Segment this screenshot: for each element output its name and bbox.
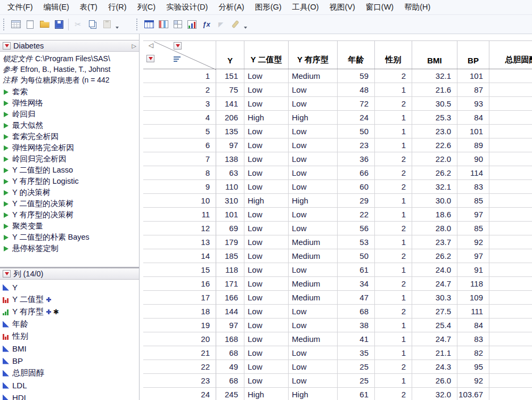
row-number[interactable]: 2 bbox=[143, 83, 216, 97]
row-number[interactable]: 3 bbox=[143, 97, 216, 111]
script-item[interactable]: 悬停标签定制 bbox=[3, 243, 139, 254]
cell-y-ordinal[interactable]: High bbox=[289, 388, 338, 400]
cell-age[interactable]: 61 bbox=[338, 388, 375, 400]
menu-item[interactable]: 图形(G) bbox=[250, 1, 287, 14]
menu-item[interactable]: 窗口(W) bbox=[361, 1, 399, 14]
cell-y-ordinal[interactable]: Medium bbox=[289, 277, 338, 291]
cell-y-ordinal[interactable]: Medium bbox=[289, 235, 338, 249]
column-item[interactable]: Y 有序型✱ bbox=[3, 306, 139, 318]
cell-age[interactable]: 23 bbox=[338, 138, 375, 152]
cell-sex[interactable]: 1 bbox=[375, 111, 412, 125]
script-item[interactable]: Y 二值型的决策树 bbox=[3, 198, 139, 209]
cell-age[interactable]: 38 bbox=[338, 319, 375, 332]
row-number[interactable]: 11 bbox=[143, 208, 216, 222]
cell-y-binary[interactable]: Low bbox=[244, 69, 289, 83]
row-number[interactable]: 17 bbox=[143, 291, 216, 305]
cell-sex[interactable]: 2 bbox=[375, 97, 412, 111]
cell-age[interactable]: 41 bbox=[338, 332, 375, 346]
cell-y-binary[interactable]: Low bbox=[244, 332, 289, 346]
cell-y-binary[interactable]: Low bbox=[244, 235, 289, 249]
cell-sex[interactable]: 2 bbox=[375, 180, 412, 194]
menu-item[interactable]: 工具(O) bbox=[287, 1, 324, 14]
menu-item[interactable]: 实验设计(D) bbox=[161, 1, 213, 14]
row-number[interactable]: 4 bbox=[143, 111, 216, 125]
cell-y-binary[interactable]: Low bbox=[244, 374, 289, 388]
cell-total-cholesterol[interactable] bbox=[489, 97, 532, 111]
cell-y-binary[interactable]: Low bbox=[244, 152, 289, 166]
cell-y-ordinal[interactable]: Low bbox=[289, 374, 338, 388]
cell-sex[interactable]: 1 bbox=[375, 138, 412, 152]
cell-sex[interactable]: 1 bbox=[375, 346, 412, 360]
cell-y[interactable]: 138 bbox=[216, 152, 244, 166]
cell-y-binary[interactable]: Low bbox=[244, 263, 289, 277]
cell-total-cholesterol[interactable] bbox=[489, 332, 532, 346]
cell-bmi[interactable]: 24.7 bbox=[412, 332, 457, 346]
toolbar-overflow-icon[interactable] bbox=[114, 18, 120, 31]
cell-age[interactable]: 50 bbox=[338, 125, 375, 138]
cell-total-cholesterol[interactable] bbox=[489, 180, 532, 194]
cell-age[interactable]: 56 bbox=[338, 222, 375, 235]
cell-sex[interactable]: 2 bbox=[375, 277, 412, 291]
menu-item[interactable]: 行(R) bbox=[103, 1, 132, 14]
cell-y-binary[interactable]: Low bbox=[244, 346, 289, 360]
cell-y-ordinal[interactable]: Medium bbox=[289, 249, 338, 263]
cell-y[interactable]: 69 bbox=[216, 222, 244, 235]
cell-bp[interactable]: 103.67 bbox=[457, 388, 489, 400]
cell-bmi[interactable]: 22.0 bbox=[412, 152, 457, 166]
script-item[interactable]: 岭回归 bbox=[3, 109, 139, 120]
cell-bmi[interactable]: 30.5 bbox=[412, 97, 457, 111]
column-item[interactable]: Y bbox=[3, 281, 139, 293]
row-number[interactable]: 24 bbox=[143, 388, 216, 400]
cell-bp[interactable]: 82 bbox=[457, 346, 489, 360]
cell-age[interactable]: 47 bbox=[338, 291, 375, 305]
cell-bmi[interactable]: 25.3 bbox=[412, 111, 457, 125]
cell-y[interactable]: 151 bbox=[216, 69, 244, 83]
cell-total-cholesterol[interactable] bbox=[489, 263, 532, 277]
cell-sex[interactable]: 1 bbox=[375, 235, 412, 249]
cell-age[interactable]: 61 bbox=[338, 263, 375, 277]
cell-sex[interactable]: 1 bbox=[375, 194, 412, 208]
cell-y-binary[interactable]: Low bbox=[244, 305, 289, 319]
cell-bp[interactable]: 87 bbox=[457, 83, 489, 97]
row-number[interactable]: 16 bbox=[143, 277, 216, 291]
cell-sex[interactable]: 2 bbox=[375, 360, 412, 374]
cell-y[interactable]: 171 bbox=[216, 277, 244, 291]
cell-y-ordinal[interactable]: Low bbox=[289, 125, 338, 138]
column-header[interactable]: Y 二值型 bbox=[244, 41, 289, 69]
cell-sex[interactable]: 1 bbox=[375, 83, 412, 97]
cell-y-binary[interactable]: Low bbox=[244, 83, 289, 97]
cell-y[interactable]: 168 bbox=[216, 332, 244, 346]
cell-bp[interactable]: 83 bbox=[457, 332, 489, 346]
cell-bmi[interactable]: 30.0 bbox=[412, 194, 457, 208]
cell-y[interactable]: 135 bbox=[216, 125, 244, 138]
row-number[interactable]: 12 bbox=[143, 222, 216, 235]
cell-age[interactable]: 48 bbox=[338, 83, 375, 97]
graph-builder-icon[interactable] bbox=[185, 18, 199, 31]
script-item[interactable]: 弹性网络完全析因 bbox=[3, 142, 139, 153]
cell-total-cholesterol[interactable] bbox=[489, 194, 532, 208]
cell-sex[interactable]: 2 bbox=[375, 388, 412, 400]
cell-bp[interactable]: 101 bbox=[457, 125, 489, 138]
cell-y[interactable]: 49 bbox=[216, 360, 244, 374]
menu-item[interactable]: 分析(A) bbox=[213, 1, 249, 14]
script-item[interactable]: 聚类变量 bbox=[3, 221, 139, 232]
menu-item[interactable]: 列(C) bbox=[132, 1, 161, 14]
column-item[interactable]: BMI bbox=[3, 342, 139, 355]
cell-y-binary[interactable]: Low bbox=[244, 291, 289, 305]
cell-y[interactable]: 63 bbox=[216, 166, 244, 180]
cell-y-ordinal[interactable]: Low bbox=[289, 166, 338, 180]
cell-y-ordinal[interactable]: Low bbox=[289, 208, 338, 222]
cell-y-ordinal[interactable]: Low bbox=[289, 263, 338, 277]
cut-icon[interactable] bbox=[71, 18, 85, 31]
menu-item[interactable]: 文件(F) bbox=[2, 1, 38, 14]
script-item[interactable]: 最大似然 bbox=[3, 120, 139, 131]
row-number[interactable]: 8 bbox=[143, 166, 216, 180]
menu-item[interactable]: 视图(V) bbox=[324, 1, 361, 14]
red-triangle-icon[interactable] bbox=[3, 42, 11, 50]
cell-y-ordinal[interactable]: Medium bbox=[289, 291, 338, 305]
script-item[interactable]: Y 有序型的 Logistic bbox=[3, 176, 139, 187]
cell-y-ordinal[interactable]: High bbox=[289, 111, 338, 125]
panel-expand-icon[interactable] bbox=[132, 43, 136, 50]
cell-y-ordinal[interactable]: Low bbox=[289, 180, 338, 194]
cell-y-ordinal[interactable]: Low bbox=[289, 319, 338, 332]
